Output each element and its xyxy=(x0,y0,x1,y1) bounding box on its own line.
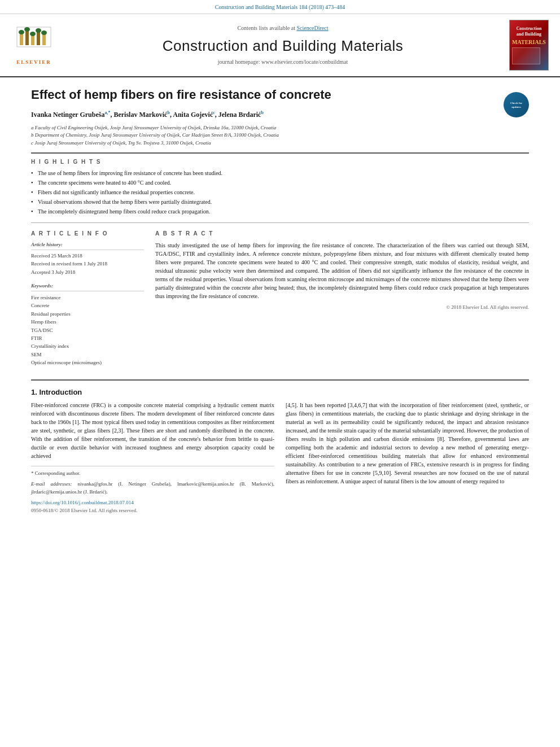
author-a-sup: a,* xyxy=(104,110,110,115)
svg-point-6 xyxy=(19,30,24,34)
journal-homepage: journal homepage: www.elsevier.com/locat… xyxy=(56,58,509,66)
intro-left-col: Fiber-reinforced concrete (FRC) is a com… xyxy=(31,401,274,515)
highlights-label: H I G H L I G H T S xyxy=(31,158,529,166)
svg-point-7 xyxy=(24,27,30,32)
doi-text: https://doi.org/10.1016/j.conbuildmat.20… xyxy=(31,500,134,505)
journal-top-bar: Construction and Building Materials 184 … xyxy=(0,0,560,14)
highlight-item-5: The incompletely disintegrated hemp fibe… xyxy=(31,208,529,216)
journal-main-title: Construction and Building Materials xyxy=(56,36,509,56)
journal-title-center: Contents lists available at ScienceDirec… xyxy=(56,24,509,66)
sciencedirect-link[interactable]: ScienceDirect xyxy=(296,25,328,31)
introduction-heading: 1. Introduction xyxy=(31,387,529,397)
received-date: Received 25 March 2018 xyxy=(31,252,144,260)
highlights-section: H I G H L I G H T S The use of hemp fibe… xyxy=(31,158,529,216)
divider-before-intro xyxy=(31,379,529,381)
keyword-5: TGA/DSC xyxy=(31,326,144,334)
author-d: , Jelena Brdarić xyxy=(215,111,261,119)
highlight-item-3: Fibers did not significantly influence t… xyxy=(31,189,529,196)
svg-rect-1 xyxy=(20,33,23,45)
keyword-8: SEM xyxy=(31,351,144,359)
affiliation-a: a Faculty of Civil Engineering Osijek, J… xyxy=(31,124,529,132)
corresponding-author: * Corresponding author. xyxy=(31,470,274,478)
introduction-body: Fiber-reinforced concrete (FRC) is a com… xyxy=(31,401,529,515)
revised-date: Received in revised form 1 July 2018 xyxy=(31,260,144,268)
affiliation-b: b Department of Chemistry, Josip Juraj S… xyxy=(31,132,529,139)
page: Construction and Building Materials 184 … xyxy=(0,0,560,747)
keyword-3: Residual properties xyxy=(31,310,144,318)
authors-line: Ivanka Netinger Grubešaa,*, Berislav Mar… xyxy=(31,110,529,120)
svg-point-8 xyxy=(30,32,36,36)
author-c: , Anita Gojević xyxy=(170,111,213,119)
article-two-col: A R T I C L E I N F O Article history: R… xyxy=(31,230,529,373)
abstract-paragraph: This study investigated the use of hemp … xyxy=(155,241,529,300)
email-label: E-mail addresses: xyxy=(31,481,72,487)
intro-right-col: [4,5]. It has been reported [3,4,6,7] th… xyxy=(286,401,529,515)
svg-point-9 xyxy=(36,28,41,33)
keywords-block: Keywords: Fire resistance Concrete Resid… xyxy=(31,282,144,366)
abstract-column: A B S T R A C T This study investigated … xyxy=(155,230,529,373)
article-content: Check for updates Effect of hemp fibers … xyxy=(0,86,560,514)
footnote-area: * Corresponding author. E-mail addresses… xyxy=(31,466,274,515)
keyword-1: Fire resistance xyxy=(31,294,144,302)
svg-rect-2 xyxy=(25,30,29,45)
intro-para1: Fiber-reinforced concrete (FRC) is a com… xyxy=(31,401,274,460)
author-d-sup: b xyxy=(261,110,263,115)
highlight-item-4: Visual observations showed that the hemp… xyxy=(31,198,529,206)
author-b: , Berislav Marković xyxy=(110,111,167,119)
keywords-list: Fire resistance Concrete Residual proper… xyxy=(31,294,144,367)
journal-header: ELSEVIER Contents lists available at Sci… xyxy=(0,14,560,77)
article-title: Effect of hemp fibers on fire resistance… xyxy=(31,86,529,104)
check-updates-badge: Check for updates xyxy=(504,92,529,117)
divider-highlights xyxy=(31,222,529,223)
doi-line[interactable]: https://doi.org/10.1016/j.conbuildmat.20… xyxy=(31,499,274,507)
issn-line: 0950-0618/© 2018 Elsevier Ltd. All right… xyxy=(31,507,274,515)
affiliation-c: c Josip Juraj Strossmayer University of … xyxy=(31,139,529,147)
article-info-column: A R T I C L E I N F O Article history: R… xyxy=(31,230,144,373)
copyright-notice: © 2018 Elsevier Ltd. All rights reserved… xyxy=(155,304,529,312)
article-history-content: Received 25 March 2018 Received in revis… xyxy=(31,252,144,276)
contents-line: Contents lists available at ScienceDirec… xyxy=(56,24,509,32)
journal-cover-image: Construction and Building MATERIALS xyxy=(509,20,549,71)
article-info-label: A R T I C L E I N F O xyxy=(31,230,144,238)
keyword-9: Optical microscope (microimages) xyxy=(31,359,144,366)
elsevier-label: ELSEVIER xyxy=(11,59,56,66)
email-line: E-mail addresses: nivanka@gfos.hr (I. Ne… xyxy=(31,480,274,496)
divider-after-affiliations xyxy=(31,152,529,154)
accepted-date: Accepted 3 July 2018 xyxy=(31,269,144,276)
keyword-7: Crystallinity index xyxy=(31,342,144,350)
keyword-4: Hemp fibers xyxy=(31,318,144,326)
highlight-item-1: The use of hemp fibers for improving fir… xyxy=(31,169,529,177)
article-history-label: Article history: xyxy=(31,241,144,250)
affiliations: a Faculty of Civil Engineering Osijek, J… xyxy=(31,124,529,147)
highlights-list: The use of hemp fibers for improving fir… xyxy=(31,169,529,216)
svg-rect-4 xyxy=(37,31,40,45)
keyword-6: FTIR xyxy=(31,334,144,342)
elsevier-logo: ELSEVIER xyxy=(11,24,56,66)
abstract-label: A B S T R A C T xyxy=(155,230,529,238)
abstract-text: This study investigated the use of hemp … xyxy=(155,241,529,312)
journal-citation: Construction and Building Materials 184 … xyxy=(215,4,345,10)
article-history-block: Article history: Received 25 March 2018 … xyxy=(31,241,144,276)
author-a: Ivanka Netinger Grubeša xyxy=(31,111,104,119)
svg-point-10 xyxy=(41,30,47,35)
keyword-2: Concrete xyxy=(31,302,144,309)
intro-para2-right: [4,5]. It has been reported [3,4,6,7] th… xyxy=(286,401,529,486)
cover-text: Construction and Building MATERIALS xyxy=(512,26,546,65)
svg-rect-5 xyxy=(42,33,46,45)
keywords-label: Keywords: xyxy=(31,282,144,291)
highlight-item-2: The concrete specimens were heated to 40… xyxy=(31,179,529,187)
